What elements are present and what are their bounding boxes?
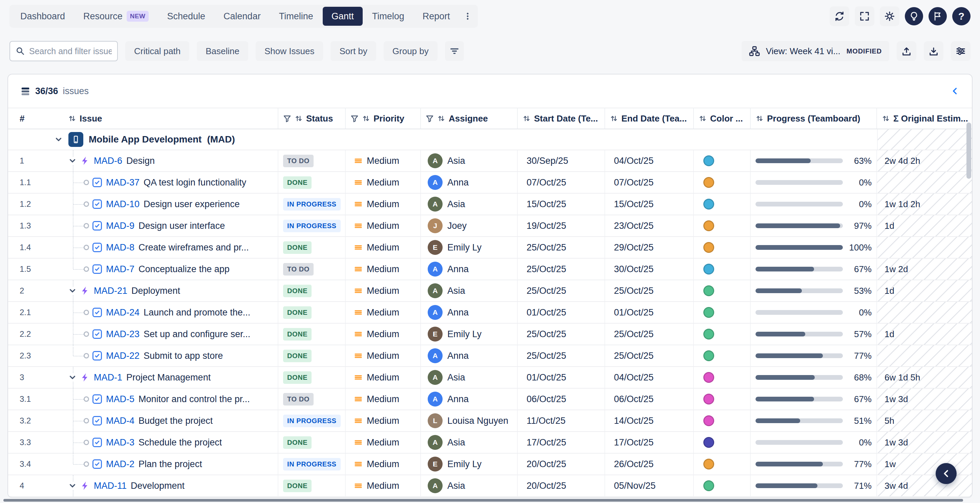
table-row[interactable]: 3.3 MAD-3 Schedule the project DONE bbox=[8, 432, 972, 454]
tab-gantt[interactable]: Gantt bbox=[323, 7, 363, 26]
issue-key-link[interactable]: MAD-22 bbox=[106, 351, 140, 361]
issue-key-link[interactable]: MAD-24 bbox=[106, 307, 140, 318]
settings-button[interactable] bbox=[880, 6, 899, 26]
assignee-name: Joey bbox=[447, 221, 467, 231]
column-header-end-date[interactable]: End Date (Tea... bbox=[605, 108, 694, 129]
table-row[interactable]: 1.5 MAD-7 Conceptualize the app TO DO bbox=[8, 259, 972, 280]
table-row[interactable]: 1 MAD-6 Design TO DO Medium bbox=[8, 150, 972, 172]
feedback-button[interactable] bbox=[929, 7, 947, 25]
column-header-color[interactable]: Color ... bbox=[694, 108, 751, 129]
column-header-issue[interactable]: Issue bbox=[63, 108, 278, 129]
check-icon bbox=[94, 309, 100, 316]
critical-path-button[interactable]: Critical path bbox=[125, 41, 189, 61]
tab-timelog[interactable]: Timelog bbox=[363, 7, 413, 26]
tab-dashboard[interactable]: Dashboard bbox=[11, 7, 74, 26]
collapse-panel-button[interactable] bbox=[950, 86, 960, 96]
column-header-priority[interactable]: Priority bbox=[346, 108, 421, 129]
table-row[interactable]: 3.4 MAD-2 Plan the project IN PROGRESS bbox=[8, 454, 972, 475]
search-input[interactable] bbox=[29, 46, 112, 56]
subtask-bullet-icon bbox=[84, 310, 89, 315]
tab-timeline[interactable]: Timeline bbox=[270, 7, 322, 26]
table-row[interactable]: 4 MAD-11 Development DONE Medium bbox=[8, 475, 972, 497]
column-header-start-date[interactable]: Start Date (Te... bbox=[518, 108, 605, 129]
issue-key-link[interactable]: MAD-7 bbox=[106, 264, 134, 275]
issue-key-link[interactable]: MAD-2 bbox=[106, 459, 134, 470]
tab-schedule[interactable]: Schedule bbox=[158, 7, 214, 26]
vertical-scrollbar[interactable] bbox=[966, 75, 971, 496]
group-expand-chevron[interactable] bbox=[54, 135, 63, 144]
issue-key-link[interactable]: MAD-23 bbox=[106, 329, 140, 340]
sync-button[interactable] bbox=[830, 6, 849, 26]
vertical-scrollbar-thumb[interactable] bbox=[966, 122, 971, 179]
sort-icon[interactable] bbox=[68, 114, 76, 122]
sort-icon[interactable] bbox=[362, 114, 370, 122]
issue-key-link[interactable]: MAD-3 bbox=[106, 437, 134, 448]
issue-key-link[interactable]: MAD-5 bbox=[106, 394, 134, 405]
expand-chevron-button[interactable] bbox=[68, 286, 77, 295]
baseline-button[interactable]: Baseline bbox=[197, 41, 248, 61]
priority-label: Medium bbox=[367, 351, 399, 361]
expand-chevron-button[interactable] bbox=[68, 481, 77, 490]
start-date: 11/Oct/25 bbox=[518, 410, 605, 431]
sort-icon[interactable] bbox=[437, 114, 445, 122]
filter-icon[interactable] bbox=[350, 114, 359, 122]
sort-by-button[interactable]: Sort by bbox=[331, 41, 376, 61]
assignee-name: Emily Ly bbox=[447, 459, 482, 470]
sort-icon[interactable] bbox=[522, 114, 531, 122]
view-settings-button[interactable] bbox=[951, 41, 970, 61]
table-row[interactable]: 2.1 MAD-24 Launch and promote the... DON… bbox=[8, 302, 972, 324]
column-header-status[interactable]: Status bbox=[278, 108, 346, 129]
table-row[interactable]: 2 MAD-21 Deployment DONE Medium bbox=[8, 280, 972, 302]
download-button[interactable] bbox=[924, 41, 943, 61]
table-row[interactable]: 2.2 MAD-23 Set up and configure ser... D… bbox=[8, 324, 972, 345]
issue-key-link[interactable]: MAD-1 bbox=[94, 372, 122, 383]
issue-key-link[interactable]: MAD-37 bbox=[106, 178, 140, 188]
help-button[interactable]: ? bbox=[952, 7, 970, 25]
sort-icon[interactable] bbox=[294, 114, 303, 122]
tab-resource[interactable]: ResourceNEW bbox=[75, 7, 158, 26]
more-menu-button[interactable] bbox=[460, 7, 476, 26]
issue-key-link[interactable]: MAD-8 bbox=[106, 242, 134, 253]
collapse-grid-fab[interactable] bbox=[935, 463, 957, 484]
whats-new-button[interactable] bbox=[905, 7, 923, 25]
progress-fill bbox=[756, 397, 814, 401]
sort-icon[interactable] bbox=[882, 114, 890, 122]
fullscreen-button[interactable] bbox=[855, 6, 874, 26]
expand-chevron-button[interactable] bbox=[68, 156, 77, 165]
column-header-assignee[interactable]: Assignee bbox=[421, 108, 518, 129]
table-row[interactable]: 1.3 MAD-9 Design user interface IN PROGR… bbox=[8, 215, 972, 237]
table-row[interactable]: 3.2 MAD-4 Budget the project IN PROGRESS bbox=[8, 410, 972, 432]
filter-icon[interactable] bbox=[426, 114, 434, 122]
show-issues-button[interactable]: Show Issues bbox=[256, 41, 323, 61]
tab-report[interactable]: Report bbox=[414, 7, 459, 26]
filter-button[interactable] bbox=[445, 41, 464, 61]
column-header-progress[interactable]: Progress (Teamboard) bbox=[751, 108, 877, 129]
upload-button[interactable] bbox=[897, 41, 916, 61]
table-row[interactable]: 1.4 MAD-8 Create wireframes and pr... DO… bbox=[8, 237, 972, 259]
project-group-row[interactable]: Mobile App Development (MAD) bbox=[8, 129, 972, 150]
issue-key-link[interactable]: MAD-21 bbox=[94, 286, 127, 296]
issue-key-link[interactable]: MAD-11 bbox=[94, 481, 127, 491]
table-row[interactable]: 3.1 MAD-5 Monitor and control the pr... … bbox=[8, 389, 972, 410]
horizontal-scrollbar-thumb[interactable] bbox=[3, 499, 963, 501]
table-row[interactable]: 1.2 MAD-10 Design user experience IN PRO… bbox=[8, 194, 972, 215]
filter-icon[interactable] bbox=[283, 114, 291, 122]
group-by-button[interactable]: Group by bbox=[384, 41, 438, 61]
search-box[interactable] bbox=[10, 41, 118, 61]
horizontal-scrollbar[interactable] bbox=[0, 498, 980, 502]
tab-calendar[interactable]: Calendar bbox=[215, 7, 270, 26]
table-row[interactable]: 2.3 MAD-22 Submit to app store DONE bbox=[8, 345, 972, 367]
column-header-original-estimate[interactable]: Σ Original Estim... bbox=[877, 108, 972, 129]
subtask-bullet-icon bbox=[84, 245, 89, 250]
table-row[interactable]: 1.1 MAD-37 QA test login functionality D… bbox=[8, 172, 972, 194]
sort-icon[interactable] bbox=[610, 114, 618, 122]
view-selector[interactable]: View: Week 41 vi... MODIFIED bbox=[741, 41, 889, 61]
sort-icon[interactable] bbox=[698, 114, 707, 122]
sort-icon[interactable] bbox=[756, 114, 764, 122]
issue-key-link[interactable]: MAD-4 bbox=[106, 416, 134, 426]
issue-key-link[interactable]: MAD-10 bbox=[106, 199, 140, 209]
table-row[interactable]: 3 MAD-1 Project Management DONE Medi bbox=[8, 367, 972, 389]
issue-key-link[interactable]: MAD-9 bbox=[106, 221, 134, 231]
expand-chevron-button[interactable] bbox=[68, 373, 77, 382]
issue-key-link[interactable]: MAD-6 bbox=[94, 156, 122, 166]
